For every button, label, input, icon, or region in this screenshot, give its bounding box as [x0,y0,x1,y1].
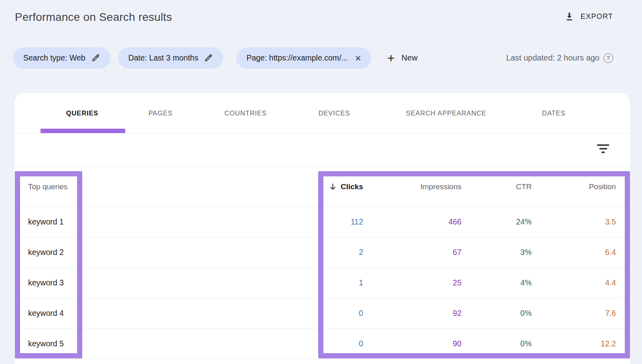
filter-chip-page-label: Page: https://example.com/... [246,53,348,63]
query-cell: keyword 1 [14,217,291,226]
filter-chip-search-type-label: Search type: Web [23,53,85,63]
clicks-cell: 0 [291,309,363,318]
column-header-impressions[interactable]: Impressions [363,182,461,191]
clicks-header-label: Clicks [341,182,363,191]
tab-pages[interactable]: PAGES [148,109,173,117]
ctr-cell: 4% [461,278,532,287]
table-header-row: Top queries Clicks Impressions CTR Posit… [14,167,630,207]
clicks-cell: 0 [291,339,363,348]
position-cell: 4.4 [532,278,616,287]
export-label: EXPORT [581,12,613,21]
queries-table: Top queries Clicks Impressions CTR Posit… [14,166,630,359]
tab-countries[interactable]: COUNTRIES [224,109,266,117]
ctr-cell: 3% [461,248,532,257]
table-row[interactable]: keyword 2 2 67 3% 6.4 [14,237,630,268]
impressions-cell: 466 [363,217,461,226]
sort-desc-arrow-icon [329,182,337,191]
active-tab-underline [41,129,125,133]
impressions-cell: 67 [363,248,461,257]
column-header-clicks[interactable]: Clicks [291,182,363,191]
last-updated: Last updated: 2 hours ago ? [506,47,613,69]
column-header-position[interactable]: Position [532,182,616,191]
query-cell: keyword 3 [14,278,291,287]
query-cell: keyword 2 [14,248,291,257]
new-filter-label: New [402,53,418,63]
ctr-cell: 24% [461,217,532,226]
filter-chip-date[interactable]: Date: Last 3 months [118,47,223,69]
query-cell: keyword 5 [14,339,291,348]
clicks-cell: 2 [291,248,363,257]
edit-pencil-icon[interactable] [204,53,213,63]
export-button[interactable]: EXPORT [564,10,613,23]
filter-chip-search-type[interactable]: Search type: Web [13,47,110,69]
clicks-cell: 112 [291,217,363,226]
filter-rows-icon[interactable] [597,144,609,156]
tab-dates[interactable]: DATES [542,109,565,117]
position-cell: 12.2 [532,339,616,348]
filter-chip-page[interactable]: Page: https://example.com/... × [236,47,371,69]
table-row[interactable]: keyword 1 112 466 24% 3.5 [14,207,630,237]
table-row[interactable]: keyword 5 0 90 0% 12.2 [14,329,630,359]
page-title: Performance on Search results [15,11,172,24]
help-icon[interactable]: ? [603,53,613,63]
tab-bar: QUERIES PAGES COUNTRIES DEVICES SEARCH A… [14,93,630,133]
ctr-cell: 0% [461,309,532,318]
position-cell: 7.6 [532,309,616,318]
impressions-cell: 90 [363,339,461,348]
column-header-top-queries[interactable]: Top queries [14,182,291,191]
table-row[interactable]: keyword 4 0 92 0% 7.6 [14,298,630,329]
position-cell: 3.5 [532,217,616,226]
impressions-cell: 92 [363,309,461,318]
report-card: QUERIES PAGES COUNTRIES DEVICES SEARCH A… [14,93,630,364]
plus-icon: + [387,52,395,65]
filter-chip-date-label: Date: Last 3 months [128,53,199,63]
header-divider [14,35,628,36]
edit-pencil-icon[interactable] [91,53,100,63]
position-cell: 6.4 [532,248,616,257]
close-icon[interactable]: × [354,53,361,63]
new-filter-button[interactable]: + New [386,49,419,67]
filter-bar: Search type: Web Date: Last 3 months Pag… [13,47,629,69]
download-icon [564,11,575,22]
impressions-cell: 25 [363,278,461,287]
tab-search-appearance[interactable]: SEARCH APPEARANCE [406,109,487,117]
performance-page: Performance on Search results EXPORT Sea… [0,0,642,364]
last-updated-text: Last updated: 2 hours ago [506,53,599,63]
query-cell: keyword 4 [14,309,291,318]
ctr-cell: 0% [461,339,532,348]
table-toolbar [14,133,630,166]
tab-queries[interactable]: QUERIES [66,109,99,117]
tab-devices[interactable]: DEVICES [319,109,350,117]
column-header-ctr[interactable]: CTR [461,182,532,191]
clicks-cell: 1 [291,278,363,287]
table-row[interactable]: keyword 3 1 25 4% 4.4 [14,268,630,298]
